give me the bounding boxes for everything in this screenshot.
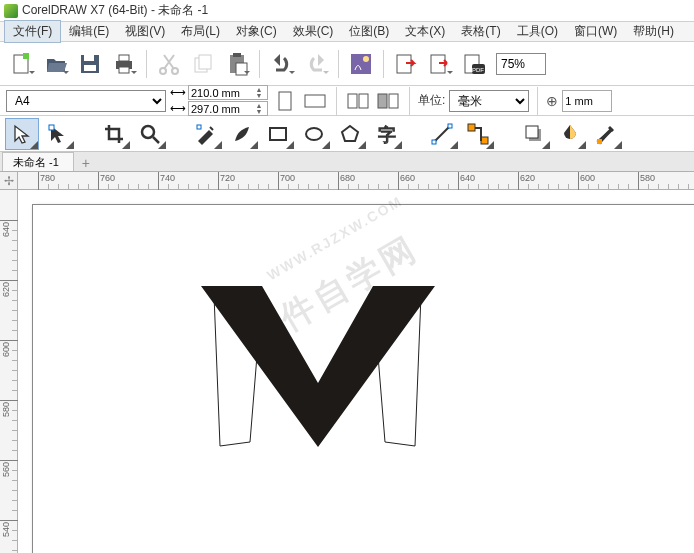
- svg-rect-7: [119, 67, 129, 73]
- crop-tool[interactable]: [98, 119, 130, 149]
- document-tabs: 未命名 -1 +: [0, 152, 694, 172]
- ruler-vertical[interactable]: 640620600580560540: [0, 190, 18, 553]
- print-button[interactable]: [108, 48, 140, 80]
- paper-size-combo[interactable]: A4: [6, 90, 166, 112]
- menubar: 文件(F) 编辑(E) 视图(V) 布局(L) 对象(C) 效果(C) 位图(B…: [0, 22, 694, 42]
- standard-toolbar: PDF: [0, 42, 694, 86]
- nudge-icon: ⊕: [546, 93, 558, 109]
- width-icon: ⟷: [170, 86, 186, 99]
- property-bar: A4 ⟷▲▼ ⟷▲▼ 单位: 毫米 ⊕: [0, 86, 694, 116]
- dimension-tool[interactable]: [426, 119, 458, 149]
- menu-help[interactable]: 帮助(H): [625, 21, 682, 42]
- width-spinner[interactable]: ▲▼: [253, 87, 265, 99]
- svg-point-29: [142, 126, 154, 138]
- ellipse-tool[interactable]: [298, 119, 330, 149]
- menu-bitmap[interactable]: 位图(B): [341, 21, 397, 42]
- svg-rect-36: [468, 124, 475, 131]
- svg-rect-3: [84, 55, 94, 61]
- svg-point-32: [306, 128, 322, 140]
- height-icon: ⟷: [170, 102, 186, 115]
- publish-pdf-button[interactable]: PDF: [458, 48, 490, 80]
- menu-edit[interactable]: 编辑(E): [61, 21, 117, 42]
- zoom-tool[interactable]: [134, 119, 166, 149]
- svg-point-8: [160, 68, 166, 74]
- artistic-media-tool[interactable]: [226, 119, 258, 149]
- search-content-button[interactable]: [345, 48, 377, 80]
- transparency-tool[interactable]: [554, 119, 586, 149]
- rectangle-tool[interactable]: [262, 119, 294, 149]
- svg-point-9: [172, 68, 178, 74]
- paste-button[interactable]: [221, 48, 253, 80]
- svg-rect-1: [23, 53, 29, 59]
- pick-tool[interactable]: [6, 119, 38, 149]
- menu-effects[interactable]: 效果(C): [285, 21, 342, 42]
- page-width-input[interactable]: [191, 86, 253, 99]
- toolbox: 字: [0, 116, 694, 152]
- svg-rect-30: [197, 125, 201, 129]
- artwork: [18, 190, 694, 553]
- portrait-button[interactable]: [272, 88, 298, 114]
- app-icon: [4, 4, 18, 18]
- svg-rect-22: [279, 92, 291, 110]
- drop-shadow-tool[interactable]: [518, 119, 550, 149]
- shape-tool[interactable]: [42, 119, 74, 149]
- svg-rect-37: [481, 137, 488, 144]
- svg-rect-24: [348, 94, 357, 108]
- cut-button[interactable]: [153, 48, 185, 80]
- svg-text:字: 字: [378, 125, 396, 145]
- eyedropper-tool[interactable]: [590, 119, 622, 149]
- text-tool[interactable]: 字: [370, 119, 402, 149]
- polygon-tool[interactable]: [334, 119, 366, 149]
- undo-button[interactable]: [266, 48, 298, 80]
- export-button[interactable]: [424, 48, 456, 80]
- menu-layout[interactable]: 布局(L): [173, 21, 228, 42]
- menu-file[interactable]: 文件(F): [4, 20, 61, 43]
- svg-rect-11: [199, 55, 211, 69]
- svg-text:PDF: PDF: [472, 67, 484, 73]
- import-button[interactable]: [390, 48, 422, 80]
- svg-rect-34: [432, 140, 436, 144]
- canvas[interactable]: 软件自学网 WWW.RJZXW.COM: [18, 190, 694, 553]
- current-page-button[interactable]: [375, 88, 401, 114]
- svg-rect-13: [233, 53, 241, 57]
- nudge-input[interactable]: [565, 91, 609, 111]
- redo-button[interactable]: [300, 48, 332, 80]
- menu-object[interactable]: 对象(C): [228, 21, 285, 42]
- menu-table[interactable]: 表格(T): [453, 21, 508, 42]
- zoom-level-input[interactable]: [496, 53, 546, 75]
- ruler-horizontal[interactable]: 780760740720700680660640620600580: [18, 172, 694, 190]
- menu-tools[interactable]: 工具(O): [509, 21, 566, 42]
- ruler-origin[interactable]: ✢: [0, 172, 18, 190]
- all-pages-button[interactable]: [345, 88, 371, 114]
- save-button[interactable]: [74, 48, 106, 80]
- svg-rect-26: [378, 94, 387, 108]
- unit-label: 单位:: [418, 92, 445, 109]
- svg-rect-31: [270, 128, 286, 140]
- copy-button[interactable]: [187, 48, 219, 80]
- svg-rect-39: [526, 126, 538, 138]
- svg-rect-40: [597, 139, 602, 144]
- menu-view[interactable]: 视图(V): [117, 21, 173, 42]
- doc-tab-1[interactable]: 未命名 -1: [2, 152, 74, 171]
- new-button[interactable]: [6, 48, 38, 80]
- landscape-button[interactable]: [302, 88, 328, 114]
- svg-rect-14: [236, 63, 247, 75]
- svg-rect-35: [448, 124, 452, 128]
- window-title: CorelDRAW X7 (64-Bit) - 未命名 -1: [22, 2, 208, 19]
- svg-rect-28: [49, 125, 54, 130]
- svg-rect-6: [119, 55, 129, 61]
- unit-combo[interactable]: 毫米: [449, 90, 529, 112]
- svg-rect-4: [84, 65, 96, 71]
- freehand-tool[interactable]: [190, 119, 222, 149]
- open-button[interactable]: [40, 48, 72, 80]
- svg-point-16: [363, 56, 369, 62]
- connector-tool[interactable]: [462, 119, 494, 149]
- work-area: ✢ 780760740720700680660640620600580 6406…: [0, 172, 694, 553]
- height-spinner[interactable]: ▲▼: [253, 103, 265, 115]
- page-height-input[interactable]: [191, 102, 253, 115]
- menu-window[interactable]: 窗口(W): [566, 21, 625, 42]
- svg-rect-25: [359, 94, 368, 108]
- add-tab-button[interactable]: +: [78, 155, 94, 171]
- menu-text[interactable]: 文本(X): [397, 21, 453, 42]
- svg-rect-23: [305, 95, 325, 107]
